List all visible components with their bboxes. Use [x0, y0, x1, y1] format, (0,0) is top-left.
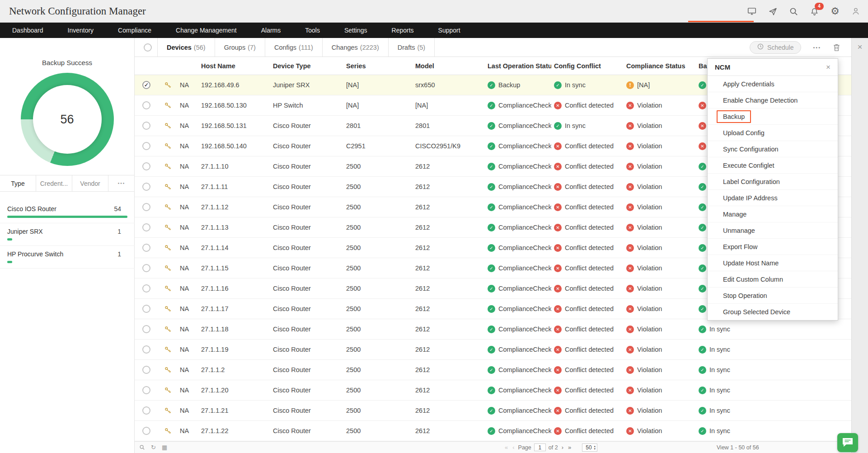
menu-item-sync-configuration[interactable]: Sync Configuration	[708, 141, 838, 157]
notifications-bell-icon[interactable]: 4	[808, 5, 820, 17]
nav-item-reports[interactable]: Reports	[380, 23, 426, 38]
row-checkbox[interactable]	[142, 81, 150, 89]
table-row[interactable]: NA27.1.1.2Cisco Router25002612✓Complianc…	[135, 360, 851, 380]
nav-item-alarms[interactable]: Alarms	[249, 23, 293, 38]
launch-plane-icon[interactable]	[767, 5, 779, 17]
select-all-checkbox[interactable]	[144, 43, 152, 52]
col-header-blank-2[interactable]	[177, 57, 198, 75]
nav-item-settings[interactable]: Settings	[332, 23, 380, 38]
ncm-menu-items: Apply CredentialsEnable Change Detection…	[708, 76, 838, 320]
config-conflict: ✕Conflict detected	[551, 421, 624, 441]
col-header-blank-0[interactable]	[135, 57, 158, 75]
nav-item-support[interactable]: Support	[426, 23, 473, 38]
row-checkbox[interactable]	[142, 406, 150, 415]
sidebar-tab-credent[interactable]: Credent...	[36, 175, 72, 191]
col-header-compliance-status[interactable]: Compliance Status	[624, 57, 696, 75]
compliance-status-label: Violation	[637, 326, 662, 333]
menu-item-label-configuration[interactable]: Label Configuration	[708, 174, 838, 190]
sidebar-tabs-more-icon[interactable]: •••	[108, 175, 135, 191]
col-header-config-conflict[interactable]: Config Conflict	[551, 57, 624, 75]
search-icon[interactable]	[788, 5, 799, 17]
menu-item-edit-custom-column[interactable]: Edit Custom Column	[708, 271, 838, 288]
col-header-device-type[interactable]: Device Type	[270, 57, 343, 75]
row-checkbox[interactable]	[142, 305, 150, 313]
table-row[interactable]: NA27.1.1.18Cisco Router25002612✓Complian…	[135, 319, 851, 340]
error-icon: ✕	[554, 264, 562, 272]
row-checkbox[interactable]	[142, 223, 150, 231]
nav-item-dashboard[interactable]: Dashboard	[0, 23, 56, 38]
col-header-model[interactable]: Model	[413, 57, 485, 75]
menu-close-icon[interactable]: ×	[826, 63, 830, 72]
table-row[interactable]: NA27.1.1.20Cisco Router25002612✓Complian…	[135, 380, 851, 401]
table-row[interactable]: NA27.1.1.22Cisco Router25002612✓Complian…	[135, 421, 851, 441]
page-number-input[interactable]	[534, 444, 546, 451]
row-checkbox[interactable]	[142, 264, 150, 272]
menu-item-apply-credentials[interactable]: Apply Credentials	[708, 76, 838, 92]
next-page-icon[interactable]: ›	[561, 444, 564, 451]
col-header-series[interactable]: Series	[343, 57, 413, 75]
more-actions-icon[interactable]: •••	[813, 45, 821, 50]
menu-item-update-ip-address[interactable]: Update IP Address	[708, 190, 838, 206]
row-checkbox[interactable]	[142, 162, 150, 170]
tab-changes[interactable]: Changes(2223)	[323, 38, 389, 57]
col-header-host-name[interactable]: Host Name	[198, 57, 270, 75]
menu-item-upload-config[interactable]: Upload Config	[708, 125, 838, 141]
menu-item-backup[interactable]: Backup	[708, 109, 838, 125]
nav-item-change-management[interactable]: Change Management	[164, 23, 249, 38]
row-checkbox[interactable]	[142, 284, 150, 293]
row-checkbox[interactable]	[142, 366, 150, 374]
schedule-button[interactable]: Schedule	[750, 41, 801, 54]
menu-item-group-selected-device[interactable]: Group Selected Device	[708, 304, 838, 320]
nav-item-compliance[interactable]: Compliance	[106, 23, 164, 38]
tab-groups[interactable]: Groups(7)	[215, 38, 265, 57]
footer-search-icon[interactable]	[139, 444, 145, 450]
prev-page-icon[interactable]: ‹	[511, 444, 515, 451]
device-type-row[interactable]: HP Procurve Switch1	[0, 246, 135, 269]
delete-icon[interactable]	[833, 43, 840, 52]
device-type-row[interactable]: Juniper SRX1	[0, 223, 135, 246]
nav-item-tools[interactable]: Tools	[293, 23, 332, 38]
device-type-row[interactable]: Cisco IOS Router54	[0, 201, 135, 223]
row-checkbox[interactable]	[142, 183, 150, 191]
menu-item-export-flow[interactable]: Export Flow	[708, 239, 838, 255]
tab-configs[interactable]: Configs(111)	[265, 38, 323, 57]
table-row[interactable]: NA27.1.1.21Cisco Router25002612✓Complian…	[135, 401, 851, 421]
footer-grid-icon[interactable]: ▦	[162, 444, 167, 451]
footer-refresh-icon[interactable]: ↻	[151, 444, 156, 451]
col-header-blank-1[interactable]	[158, 57, 177, 75]
close-panel-icon[interactable]: ×	[852, 42, 868, 52]
chat-button[interactable]	[837, 433, 858, 452]
page-size-select[interactable]: 50 ▴▾	[582, 444, 597, 452]
settings-gear-icon[interactable]: ⚙	[829, 5, 841, 17]
row-checkbox[interactable]	[142, 142, 150, 150]
row-checkbox[interactable]	[142, 345, 150, 354]
last-operation-status-label: ComplianceCheck	[498, 102, 551, 109]
menu-item-update-host-name[interactable]: Update Host Name	[708, 255, 838, 271]
col-header-last-operation-status[interactable]: Last Operation Status	[485, 57, 551, 75]
nav-item-inventory[interactable]: Inventory	[56, 23, 106, 38]
series: 2500	[343, 197, 413, 217]
row-checkbox[interactable]	[142, 122, 150, 130]
first-page-icon[interactable]: «	[504, 444, 509, 451]
row-checkbox[interactable]	[142, 203, 150, 211]
user-profile-icon[interactable]	[850, 5, 862, 17]
menu-item-manage[interactable]: Manage	[708, 206, 838, 222]
row-checkbox[interactable]	[142, 101, 150, 109]
row-checkbox[interactable]	[142, 427, 150, 435]
sidebar-tab-type[interactable]: Type	[0, 175, 36, 191]
row-checkbox[interactable]	[142, 325, 150, 333]
row-checkbox[interactable]	[142, 244, 150, 252]
config-conflict-label: Conflict detected	[565, 326, 614, 333]
menu-item-unmanage[interactable]: Unmanage	[708, 222, 838, 239]
sidebar-tab-vendor[interactable]: Vendor	[72, 175, 108, 191]
last-page-icon[interactable]: »	[567, 444, 572, 451]
table-row[interactable]: NA27.1.1.19Cisco Router25002612✓Complian…	[135, 340, 851, 360]
demo-monitor-icon[interactable]	[746, 5, 758, 17]
menu-item-stop-operation[interactable]: Stop Operation	[708, 288, 838, 304]
menu-item-enable-change-detection[interactable]: Enable Change Detection	[708, 92, 838, 109]
tab-devices[interactable]: Devices(56)	[158, 38, 215, 57]
menu-item-execute-configlet[interactable]: Execute Configlet	[708, 157, 838, 174]
last-operation-status-label: ComplianceCheck	[498, 427, 551, 434]
tab-drafts[interactable]: Drafts(5)	[389, 38, 435, 57]
row-checkbox[interactable]	[142, 386, 150, 394]
